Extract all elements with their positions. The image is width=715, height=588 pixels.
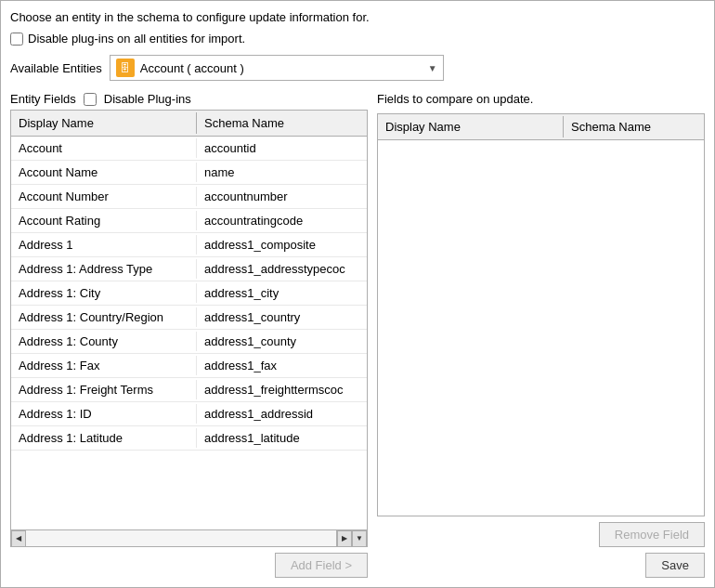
table-row[interactable]: Address 1: Latitudeaddress1_latitude [11, 426, 367, 451]
compare-fields-title: Fields to compare on update. [377, 92, 533, 106]
cell-schema-name: address1_latitude [197, 428, 367, 448]
disable-plugins-entity-checkbox[interactable] [84, 93, 97, 106]
table-row[interactable]: Address 1: Freight Termsaddress1_freight… [11, 378, 367, 402]
cell-display-name: Account [11, 138, 197, 158]
cell-schema-name: address1_addresstypecoc [197, 259, 367, 279]
cell-display-name: Address 1: Fax [11, 356, 197, 375]
add-field-button[interactable]: Add Field > [275, 553, 368, 578]
scroll-right-btn[interactable]: ▶ [337, 530, 352, 547]
cell-schema-name: name [197, 163, 367, 182]
panels-row: Entity Fields Disable Plug-ins Display N… [10, 92, 705, 578]
entity-fields-table: Display Name Schema Name Accountaccounti… [10, 110, 368, 547]
compare-schema-name-header: Schema Name [564, 116, 704, 137]
table-row[interactable]: Accountaccountid [11, 137, 367, 161]
table-row[interactable]: Account Numberaccountnumber [11, 185, 367, 209]
save-button[interactable]: Save [645, 553, 705, 578]
chevron-down-icon: ▼ [428, 63, 437, 73]
cell-schema-name: address1_county [197, 332, 367, 351]
cell-schema-name: accountratingcode [197, 211, 367, 230]
display-name-header: Display Name [11, 112, 197, 134]
table-row[interactable]: Address 1: Country/Regionaddress1_countr… [11, 306, 367, 330]
disable-plugins-checkbox[interactable] [10, 33, 23, 46]
cell-display-name: Address 1 [11, 235, 197, 255]
right-panel: Fields to compare on update. Display Nam… [377, 92, 705, 578]
cell-schema-name: address1_addressid [197, 404, 367, 424]
cell-schema-name: address1_composite [197, 235, 367, 255]
table-row[interactable]: Address 1address1_composite [11, 233, 367, 257]
compare-display-name-header: Display Name [378, 116, 564, 137]
entity-fields-title: Entity Fields [10, 92, 76, 106]
table-row[interactable]: Address 1: Address Typeaddress1_addresst… [11, 257, 367, 281]
cell-display-name: Address 1: Freight Terms [11, 380, 197, 399]
disable-plugins-label: Disable plug-ins on all entities for imp… [28, 32, 245, 46]
cell-display-name: Address 1: Country/Region [11, 307, 197, 327]
table-row[interactable]: Account Ratingaccountratingcode [11, 209, 367, 233]
remove-field-button[interactable]: Remove Field [599, 522, 705, 547]
cell-display-name: Account Rating [11, 211, 197, 230]
entity-dropdown-text: Account ( account ) [140, 61, 422, 75]
entity-icon: 🗄 [116, 59, 135, 77]
scroll-down-btn[interactable]: ▼ [352, 530, 367, 547]
scroll-left-btn[interactable]: ◀ [11, 530, 26, 547]
left-panel-header: Entity Fields Disable Plug-ins [10, 92, 368, 106]
compare-fields-body[interactable] [378, 140, 704, 516]
cell-display-name: Address 1: Latitude [11, 428, 197, 448]
disable-plugins-row: Disable plug-ins on all entities for imp… [10, 32, 705, 46]
table-row[interactable]: Address 1: Faxaddress1_fax [11, 354, 367, 378]
cell-display-name: Account Name [11, 163, 197, 182]
available-entities-row: Available Entities 🗄 Account ( account )… [10, 55, 705, 81]
cell-display-name: Address 1: Address Type [11, 259, 197, 279]
table-row[interactable]: Address 1: Cityaddress1_city [11, 281, 367, 306]
h-scroll-track [26, 530, 337, 547]
cell-display-name: Address 1: County [11, 332, 197, 351]
cell-schema-name: accountnumber [197, 187, 367, 206]
cell-schema-name: address1_country [197, 307, 367, 327]
description-text: Choose an entity in the schema to config… [10, 10, 705, 24]
cell-schema-name: accountid [197, 138, 367, 158]
available-entities-label: Available Entities [10, 61, 102, 75]
horizontal-scroll: ◀ ▶ ▼ [11, 529, 367, 546]
entity-fields-table-body[interactable]: AccountaccountidAccount NamenameAccount … [11, 137, 367, 529]
entity-dropdown[interactable]: 🗄 Account ( account ) ▼ [110, 55, 444, 81]
compare-fields-table: Display Name Schema Name [377, 113, 705, 516]
cell-schema-name: address1_fax [197, 356, 367, 375]
cell-schema-name: address1_city [197, 283, 367, 303]
compare-table-header: Display Name Schema Name [378, 114, 704, 140]
table-row[interactable]: Address 1: Countyaddress1_county [11, 330, 367, 354]
main-container: Choose an entity in the schema to config… [0, 0, 715, 588]
entity-fields-table-header: Display Name Schema Name [11, 111, 367, 137]
table-row[interactable]: Account Namename [11, 161, 367, 185]
cell-display-name: Address 1: ID [11, 404, 197, 424]
right-panel-header: Fields to compare on update. [377, 92, 705, 110]
left-panel: Entity Fields Disable Plug-ins Display N… [10, 92, 368, 578]
cell-display-name: Address 1: City [11, 283, 197, 303]
disable-plugins-entity-label: Disable Plug-ins [104, 92, 191, 106]
table-row[interactable]: Address 1: IDaddress1_addressid [11, 402, 367, 426]
cell-schema-name: address1_freighttermscoc [197, 380, 367, 399]
cell-display-name: Account Number [11, 187, 197, 206]
schema-name-header: Schema Name [197, 112, 367, 134]
